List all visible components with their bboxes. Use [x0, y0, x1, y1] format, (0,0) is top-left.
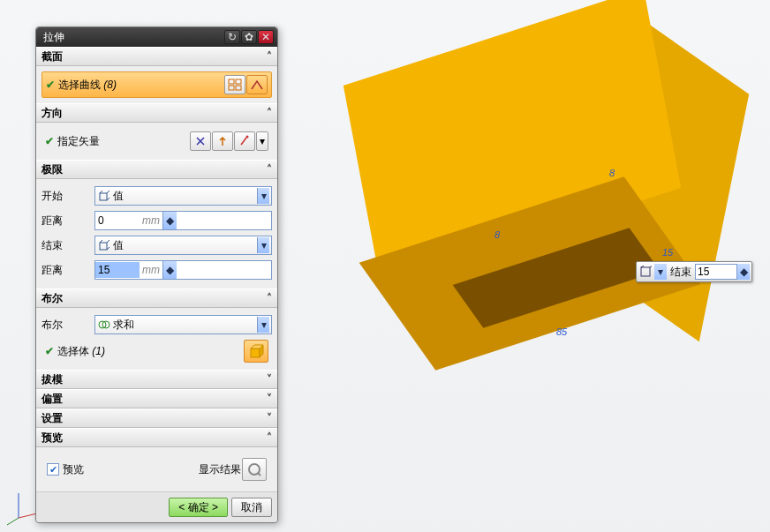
section-preview-label: 预览: [42, 431, 63, 446]
chevron-down-icon: ˅: [267, 373, 272, 386]
section-profile-header[interactable]: 截面 ˄: [36, 47, 277, 66]
dropdown-arrow-icon[interactable]: ▾: [257, 317, 269, 333]
section-direction-label: 方向: [42, 106, 63, 121]
svg-rect-7: [229, 79, 234, 84]
cube-icon: [97, 189, 111, 203]
svg-rect-9: [229, 86, 234, 90]
preview-checkbox[interactable]: ✔: [47, 463, 59, 476]
svg-point-12: [246, 136, 249, 139]
spin-icon[interactable]: ◆: [162, 212, 177, 229]
oncanvas-end-input[interactable]: ▾ 结束 ◆: [636, 261, 752, 282]
chevron-down-icon: ˅: [267, 393, 272, 405]
svg-rect-8: [236, 79, 241, 84]
vector-dialog-button[interactable]: [212, 131, 233, 151]
dialog-titlebar[interactable]: 拉伸 ↻ ✿ ✕: [36, 27, 277, 47]
select-body-label: 选择体 (1): [57, 344, 243, 359]
specify-vector-label: 指定矢量: [57, 134, 189, 149]
select-curve-label: 选择曲线 (8): [58, 78, 223, 93]
dropdown-arrow-icon[interactable]: ▾: [257, 188, 269, 204]
svg-rect-17: [100, 243, 107, 250]
show-result-label: 显示结果: [199, 462, 241, 477]
svg-line-25: [258, 473, 260, 476]
svg-line-15: [107, 191, 109, 193]
reverse-direction-button[interactable]: [190, 131, 211, 151]
viewport-3d[interactable]: 8 8 85 15 ▾ 结束 ◆: [283, 0, 770, 532]
extrude-dialog: 拉伸 ↻ ✿ ✕ 截面 ˄ ✔ 选择曲线 (8) 方向 ˄ ✔: [35, 26, 278, 523]
select-curve-row[interactable]: ✔ 选择曲线 (8): [42, 71, 272, 98]
specify-vector-row[interactable]: ✔ 指定矢量 ▾: [42, 128, 272, 154]
section-preview-header[interactable]: 预览 ˄: [36, 428, 277, 447]
svg-rect-10: [236, 86, 241, 90]
float-combo-arrow[interactable]: ▾: [654, 264, 667, 280]
boolean-label: 布尔: [42, 318, 94, 333]
chevron-up-icon: ˄: [267, 107, 272, 119]
section-boolean-label: 布尔: [42, 291, 63, 306]
limits-end-dist-label: 距离: [42, 263, 94, 278]
model-solid: [336, 31, 706, 366]
dimension-85: 85: [556, 326, 567, 337]
chevron-up-icon: ˄: [267, 292, 272, 304]
unite-icon: [97, 318, 111, 332]
svg-line-19: [107, 240, 109, 243]
vector-constructor-button[interactable]: [234, 131, 255, 151]
svg-line-5: [7, 518, 19, 525]
cube-icon: [638, 265, 653, 279]
select-body-row[interactable]: ✔ 选择体 (1): [42, 338, 272, 364]
dialog-title: 拉伸: [40, 30, 223, 45]
section-boolean-header[interactable]: 布尔 ˄: [36, 288, 277, 308]
settings-button[interactable]: ✿: [241, 30, 257, 44]
spin-icon[interactable]: ◆: [162, 261, 177, 279]
section-limits-header[interactable]: 极限 ˄: [36, 160, 277, 179]
chevron-up-icon: ˄: [267, 431, 272, 444]
section-offset-header[interactable]: 偏置 ˅: [36, 389, 277, 408]
check-icon: ✔: [45, 135, 54, 147]
svg-rect-13: [100, 193, 107, 200]
section-settings-header[interactable]: 设置 ˅: [36, 408, 277, 428]
cancel-button[interactable]: 取消: [231, 498, 272, 517]
svg-rect-23: [251, 348, 260, 357]
chevron-down-icon: ˅: [267, 412, 272, 424]
limits-end-label: 结束: [42, 238, 94, 253]
reset-button[interactable]: ↻: [224, 30, 240, 44]
sketch-section-button[interactable]: [246, 75, 268, 94]
float-spin[interactable]: ◆: [737, 264, 750, 280]
cube-icon: [97, 238, 111, 252]
svg-line-11: [241, 138, 246, 145]
preview-checkbox-label: 预览: [63, 462, 84, 477]
limits-start-label: 开始: [42, 189, 94, 204]
chevron-up-icon: ˄: [267, 163, 272, 176]
boolean-combo[interactable]: 求和 ▾: [94, 315, 272, 334]
close-button[interactable]: ✕: [258, 30, 274, 44]
dimension-8b: 8: [609, 168, 615, 178]
chevron-up-icon: ˄: [267, 50, 272, 63]
vector-menu-button[interactable]: ▾: [256, 131, 268, 151]
section-draft-header[interactable]: 拔模 ˅: [36, 370, 277, 389]
section-profile-label: 截面: [42, 49, 63, 64]
limits-start-dist-input[interactable]: mm ◆: [94, 211, 272, 230]
svg-rect-0: [641, 267, 650, 276]
limits-end-combo[interactable]: 值 ▾: [94, 236, 272, 255]
limits-end-dist-input[interactable]: mm ◆: [94, 260, 272, 280]
check-icon: ✔: [45, 345, 54, 357]
section-settings-label: 设置: [42, 411, 63, 426]
limits-start-dist-label: 距离: [42, 214, 94, 229]
float-end-label: 结束: [670, 265, 691, 280]
check-icon: ✔: [46, 79, 55, 91]
dimension-8a: 8: [494, 229, 500, 240]
float-end-value[interactable]: [695, 264, 737, 280]
dropdown-arrow-icon[interactable]: ▾: [257, 237, 269, 253]
section-direction-header[interactable]: 方向 ˄: [36, 103, 277, 123]
select-body-button[interactable]: [244, 340, 268, 363]
show-result-button[interactable]: [242, 458, 267, 481]
dimension-15: 15: [662, 247, 673, 258]
curve-rule-button[interactable]: [224, 75, 245, 94]
limits-start-combo[interactable]: 值 ▾: [94, 186, 272, 206]
section-draft-label: 拔模: [42, 372, 63, 387]
section-limits-label: 极限: [42, 162, 63, 177]
ok-button[interactable]: < 确定 >: [169, 498, 228, 517]
dialog-button-row: < 确定 > 取消: [36, 491, 277, 522]
svg-line-2: [650, 266, 652, 267]
section-offset-label: 偏置: [42, 392, 63, 407]
